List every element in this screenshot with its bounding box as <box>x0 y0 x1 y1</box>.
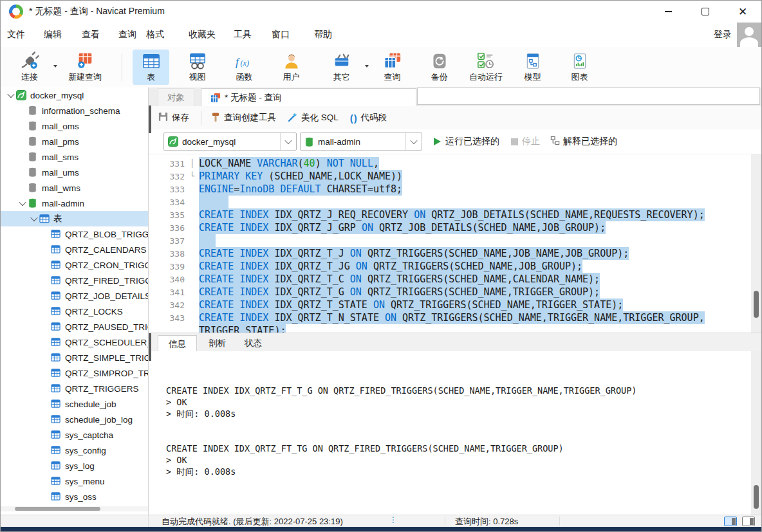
tree-item-schedule_job[interactable]: schedule_job <box>1 396 148 412</box>
editor-line[interactable]: TRIGGER_STATE); <box>149 324 751 333</box>
editor-line[interactable]: 339CREATE INDEX IDX_QRTZ_T_JG ON QRTZ_TR… <box>149 260 751 273</box>
chevron-down-icon[interactable] <box>6 93 16 98</box>
editor-line[interactable]: 342CREATE INDEX IDX_QRTZ_T_STATE ON QRTZ… <box>149 298 751 311</box>
save-button[interactable]: 保存 <box>158 111 189 124</box>
toggle-bottom-panel-icon[interactable] <box>742 517 755 526</box>
toggle-right-panel-icon[interactable] <box>724 517 737 526</box>
menu-item-help[interactable]: 帮助 <box>314 29 332 41</box>
avatar[interactable] <box>737 23 761 47</box>
maximize-button[interactable] <box>687 1 724 23</box>
chevron-down-icon[interactable] <box>29 216 39 221</box>
editor-line[interactable]: 332└PRIMARY KEY (SCHED_NAME,LOCK_NAME)) <box>149 170 751 183</box>
tree-item-QRTZ_CRON_TRIGGERS[interactable]: QRTZ_CRON_TRIGGERS <box>1 257 148 273</box>
tree-item-QRTZ_FIRED_TRIGGERS[interactable]: QRTZ_FIRED_TRIGGERS <box>1 273 148 288</box>
automation-button[interactable]: 自动运行 <box>461 50 511 85</box>
tree-item-表[interactable]: 表 <box>1 211 148 226</box>
tree-item-sys_menu[interactable]: sys_menu <box>1 473 148 489</box>
run-selected-button[interactable]: 运行已选择的 <box>434 136 499 147</box>
beautify-sql-button[interactable]: 美化 SQL <box>288 112 339 124</box>
tree-item-QRTZ_BLOB_TRIGGERS[interactable]: QRTZ_BLOB_TRIGGERS <box>1 226 148 242</box>
editor-line[interactable]: 334 <box>149 196 751 208</box>
tree-item-mall_pms[interactable]: mall_pms <box>1 134 148 149</box>
tree-item-sys_config[interactable]: sys_config <box>1 443 148 458</box>
charts-button[interactable]: 图表 <box>561 50 598 85</box>
splitter-handle[interactable] <box>149 105 151 133</box>
editor-line[interactable]: 336CREATE INDEX IDX_QRTZ_J_GRP ON QRTZ_J… <box>149 221 751 234</box>
tree-item-QRTZ_JOB_DETAILS[interactable]: QRTZ_JOB_DETAILS <box>1 288 148 304</box>
tree-item-QRTZ_SCHEDULER_STATE[interactable]: QRTZ_SCHEDULER_STATE <box>1 335 148 350</box>
menu-item-format[interactable]: 格式 <box>146 29 164 41</box>
connection-select-caret[interactable] <box>280 133 296 150</box>
tree-item-sys_captcha[interactable]: sys_captcha <box>1 427 148 443</box>
editor-vertical-scrollbar[interactable] <box>751 154 761 333</box>
editor-scroll-thumb[interactable] <box>754 291 759 318</box>
tab-objects[interactable]: 对象 <box>158 88 194 106</box>
query-button[interactable]: 查询 <box>374 50 411 85</box>
tree-item-QRTZ_SIMPLE_TRIGGERS[interactable]: QRTZ_SIMPLE_TRIGGERS <box>1 350 148 365</box>
others-button[interactable]: 其它 <box>322 50 361 85</box>
editor-line[interactable]: 337 <box>149 234 751 247</box>
editor-line[interactable]: 331│LOCK_NAME VARCHAR(40) NOT NULL, <box>149 157 751 170</box>
menu-item-favorites[interactable]: 收藏夹 <box>189 29 216 41</box>
tree-item-QRTZ_TRIGGERS[interactable]: QRTZ_TRIGGERS <box>1 381 148 396</box>
users-button[interactable]: 用户 <box>273 50 310 85</box>
query-builder-button[interactable]: 查询创建工具 <box>210 112 276 124</box>
connect-dropdown-caret[interactable] <box>53 65 57 68</box>
tree-item-mall_oms[interactable]: mall_oms <box>1 118 148 134</box>
tree-item-QRTZ_LOCKS[interactable]: QRTZ_LOCKS <box>1 304 148 319</box>
sql-editor[interactable]: 331│LOCK_NAME VARCHAR(40) NOT NULL,332└P… <box>149 154 761 333</box>
code-snippet-button[interactable]: () 代码段 <box>350 112 387 124</box>
close-button[interactable]: ✕ <box>724 1 761 23</box>
status-more-dots[interactable]: ⋮ <box>389 515 397 524</box>
tree-item-docker_mysql[interactable]: docker_mysql <box>1 87 148 103</box>
minimize-button[interactable] <box>649 1 687 23</box>
tab-query[interactable]: * 无标题 - 查询 <box>201 88 416 106</box>
tree-item-schedule_job_log[interactable]: schedule_job_log <box>1 412 148 427</box>
tree-item-QRTZ_PAUSED_TRIGGER_GRPS[interactable]: QRTZ_PAUSED_TRIGGER_GRPS <box>1 319 148 335</box>
menu-item-tools[interactable]: 工具 <box>234 29 252 41</box>
tree-item-sys_log[interactable]: sys_log <box>1 458 148 473</box>
sidebar-horizontal-scrollbar[interactable] <box>1 506 148 511</box>
model-button[interactable]: 模型 <box>514 50 551 85</box>
editor-line[interactable]: 335CREATE INDEX IDX_QRTZ_J_REQ_RECOVERY … <box>149 208 751 221</box>
tree-item-sys_oss[interactable]: sys_oss <box>1 489 148 504</box>
tree-item-information_schema[interactable]: information_schema <box>1 103 148 118</box>
message-scroll-thumb[interactable] <box>754 485 759 509</box>
tab-info[interactable]: 信息 <box>158 335 197 352</box>
backup-button[interactable]: 备份 <box>421 50 458 85</box>
menu-item-query[interactable]: 查询 <box>118 29 136 41</box>
tree-item-mall_ums[interactable]: mall_ums <box>1 165 148 180</box>
chevron-down-icon[interactable] <box>17 201 28 206</box>
editor-line[interactable]: 343CREATE INDEX IDX_QRTZ_T_N_STATE ON QR… <box>149 311 751 324</box>
stop-button[interactable]: 停止 <box>511 136 540 147</box>
new-query-button[interactable]: 新建查询 <box>60 50 110 85</box>
connect-button[interactable]: 连接 <box>11 50 48 85</box>
login-button[interactable]: 登录 <box>714 29 732 41</box>
tree-item-QRTZ_SIMPROP_TRIGGERS[interactable]: QRTZ_SIMPROP_TRIGGERS <box>1 365 148 381</box>
menu-item-view[interactable]: 查看 <box>82 29 100 41</box>
tables-button[interactable]: 表 <box>133 50 169 85</box>
others-dropdown-caret[interactable] <box>365 65 369 68</box>
menu-item-file[interactable]: 文件 <box>7 29 25 41</box>
database-select-caret[interactable] <box>405 133 422 150</box>
menu-item-edit[interactable]: 编辑 <box>44 29 62 41</box>
editor-line[interactable]: 340CREATE INDEX IDX_QRTZ_T_C ON QRTZ_TRI… <box>149 273 751 286</box>
menu-item-window[interactable]: 窗口 <box>272 29 290 41</box>
functions-button[interactable]: f(x) 函数 <box>226 50 263 85</box>
explain-selected-button[interactable]: 解释已选择的 <box>550 136 617 147</box>
message-log[interactable]: CREATE INDEX IDX_QRTZ_FT_T_G ON QRTZ_FIR… <box>149 351 761 515</box>
message-vertical-scrollbar[interactable] <box>751 351 761 515</box>
splitter-handle[interactable] <box>149 333 151 361</box>
tree-item-mall_sms[interactable]: mall_sms <box>1 149 148 165</box>
sidebar-scroll-thumb[interactable] <box>15 507 100 511</box>
tab-profile[interactable]: 剖析 <box>198 335 236 352</box>
editor-line[interactable]: 333ENGINE=InnoDB DEFAULT CHARSET=utf8; <box>149 183 751 196</box>
editor-line[interactable]: 341CREATE INDEX IDX_QRTZ_T_G ON QRTZ_TRI… <box>149 286 751 298</box>
editor-line[interactable]: 338CREATE INDEX IDX_QRTZ_T_J ON QRTZ_TRI… <box>149 247 751 260</box>
views-button[interactable]: 视图 <box>179 50 216 85</box>
tab-status[interactable]: 状态 <box>234 335 272 352</box>
connection-select[interactable]: docker_mysql <box>163 133 297 151</box>
tree-item-QRTZ_CALENDARS[interactable]: QRTZ_CALENDARS <box>1 242 148 257</box>
database-select[interactable]: mall-admin <box>300 133 422 151</box>
tree-item-mall-admin[interactable]: mall-admin <box>1 196 148 211</box>
